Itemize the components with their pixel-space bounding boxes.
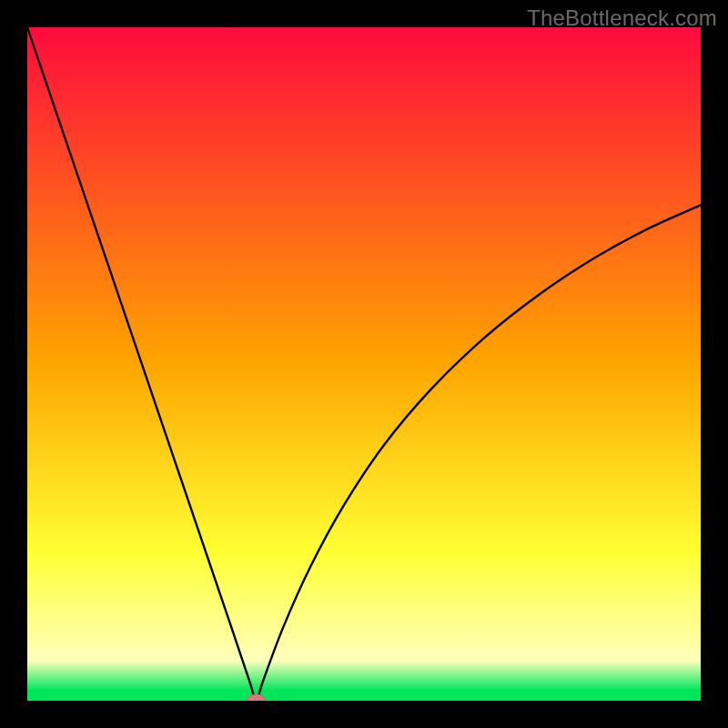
chart-frame: TheBottleneck.com (0, 0, 728, 728)
bottleneck-chart (27, 27, 701, 701)
chart-background (27, 27, 701, 701)
